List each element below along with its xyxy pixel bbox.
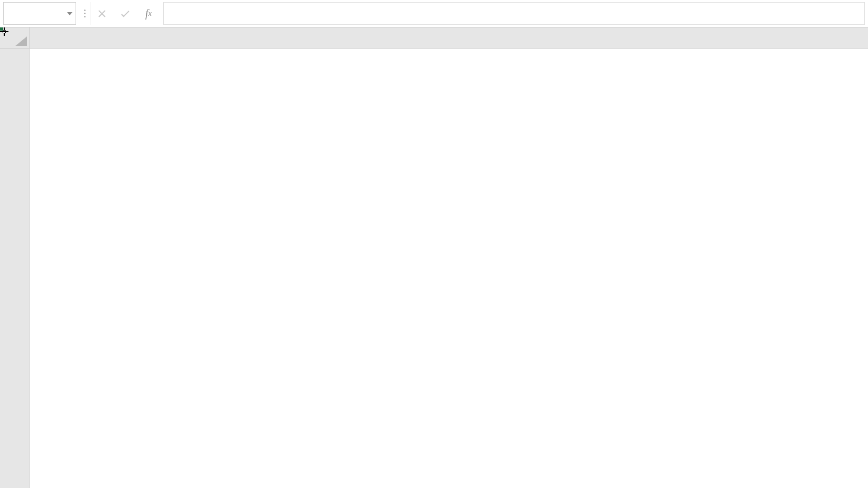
formula-bar: fx xyxy=(0,0,868,27)
column-headers xyxy=(30,27,868,49)
name-box-value xyxy=(4,12,64,16)
cell-grid[interactable] xyxy=(30,49,868,488)
row-headers xyxy=(0,49,30,488)
name-box[interactable] xyxy=(3,2,76,25)
insert-function-button[interactable]: fx xyxy=(137,0,160,27)
formula-bar-grip xyxy=(82,0,87,27)
name-box-dropdown-icon[interactable] xyxy=(64,12,76,15)
worksheet xyxy=(0,27,868,488)
enter-formula-button[interactable] xyxy=(114,0,137,27)
cancel-formula-button[interactable] xyxy=(90,0,114,27)
spreadsheet-app: fx xyxy=(0,0,868,488)
formula-input[interactable] xyxy=(163,2,865,25)
select-all-corner[interactable] xyxy=(0,27,30,49)
